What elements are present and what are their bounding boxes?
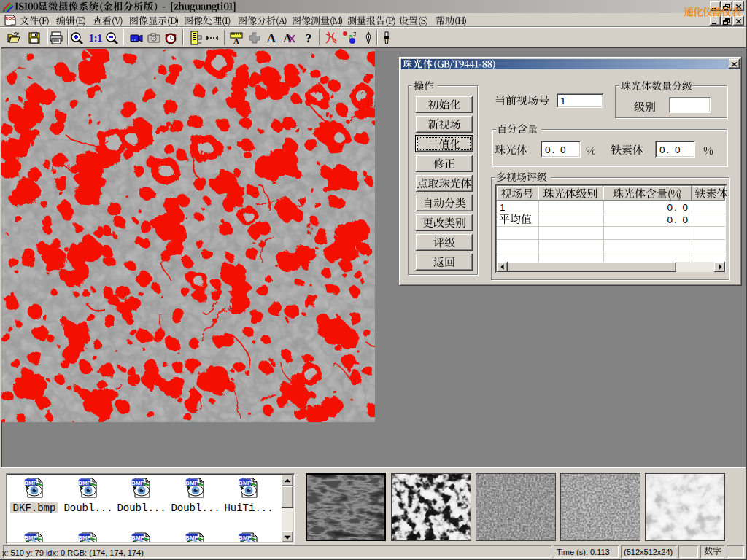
svg-text:BMP: BMP <box>24 534 37 541</box>
svg-text:BMP: BMP <box>131 534 144 541</box>
svg-text:1:1: 1:1 <box>89 33 103 44</box>
svg-text:DOC: DOC <box>5 16 15 20</box>
svg-text:BMP: BMP <box>239 480 252 486</box>
svg-text:BMP: BMP <box>78 534 91 541</box>
svg-text:A: A <box>267 31 276 45</box>
svg-text:?: ? <box>306 31 312 45</box>
svg-text:BMP: BMP <box>78 480 91 486</box>
svg-text:BMP: BMP <box>185 534 198 541</box>
svg-text:BMP: BMP <box>24 480 37 486</box>
svg-text:BMP: BMP <box>239 534 252 541</box>
svg-text:BMP: BMP <box>185 480 198 486</box>
svg-text:A: A <box>233 36 239 45</box>
svg-text:BMP: BMP <box>131 480 144 486</box>
svg-text:3: 3 <box>353 31 356 38</box>
